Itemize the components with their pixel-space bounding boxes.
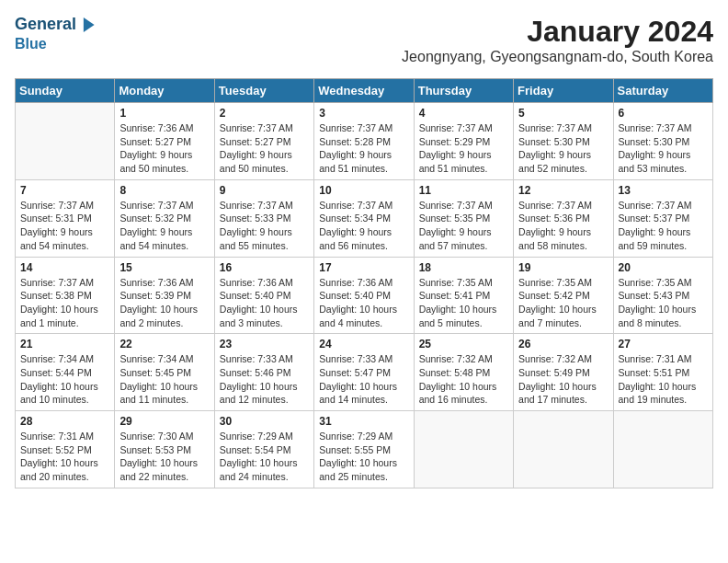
day-number: 1 [119,107,209,120]
day-info: Sunrise: 7:31 AMSunset: 5:52 PMDaylight:… [20,430,109,484]
week-row-1: 1Sunrise: 7:36 AMSunset: 5:27 PMDaylight… [16,103,713,180]
table-cell: 10Sunrise: 7:37 AMSunset: 5:34 PMDayligh… [314,179,414,257]
week-row-5: 28Sunrise: 7:31 AMSunset: 5:52 PMDayligh… [16,411,713,488]
table-cell: 23Sunrise: 7:33 AMSunset: 5:46 PMDayligh… [214,334,313,411]
table-cell: 12Sunrise: 7:37 AMSunset: 5:36 PMDayligh… [514,179,613,257]
day-info: Sunrise: 7:35 AMSunset: 5:41 PMDaylight:… [419,276,508,330]
day-number: 9 [220,184,309,197]
day-number: 7 [20,184,109,197]
day-number: 31 [319,415,408,428]
header-sunday: Sunday [16,79,115,103]
day-info: Sunrise: 7:37 AMSunset: 5:33 PMDaylight:… [220,199,309,253]
day-info: Sunrise: 7:36 AMSunset: 5:27 PMDaylight:… [119,121,209,176]
table-cell: 19Sunrise: 7:35 AMSunset: 5:42 PMDayligh… [514,257,613,334]
table-cell: 20Sunrise: 7:35 AMSunset: 5:43 PMDayligh… [613,257,712,334]
table-cell: 2Sunrise: 7:37 AMSunset: 5:27 PMDaylight… [214,103,313,180]
day-info: Sunrise: 7:35 AMSunset: 5:43 PMDaylight:… [619,276,708,330]
calendar-table: Sunday Monday Tuesday Wednesday Thursday… [15,78,713,488]
day-number: 29 [119,415,209,428]
table-cell: 7Sunrise: 7:37 AMSunset: 5:31 PMDaylight… [16,179,115,257]
day-info: Sunrise: 7:33 AMSunset: 5:47 PMDaylight:… [319,352,408,407]
week-row-4: 21Sunrise: 7:34 AMSunset: 5:44 PMDayligh… [16,334,713,411]
table-cell: 15Sunrise: 7:36 AMSunset: 5:39 PMDayligh… [115,257,214,334]
table-cell: 1Sunrise: 7:36 AMSunset: 5:27 PMDaylight… [115,103,214,180]
header-tuesday: Tuesday [214,79,313,103]
day-number: 27 [619,338,708,350]
day-info: Sunrise: 7:37 AMSunset: 5:38 PMDaylight:… [20,276,109,330]
day-info: Sunrise: 7:32 AMSunset: 5:48 PMDaylight:… [419,352,508,407]
table-cell: 22Sunrise: 7:34 AMSunset: 5:45 PMDayligh… [115,334,214,411]
table-cell: 29Sunrise: 7:30 AMSunset: 5:53 PMDayligh… [115,411,214,488]
day-number: 2 [220,107,309,120]
table-cell: 11Sunrise: 7:37 AMSunset: 5:35 PMDayligh… [414,179,513,257]
day-number: 21 [20,338,109,350]
logo-text: General Blue [15,15,98,53]
day-number: 13 [619,184,708,197]
table-cell: 27Sunrise: 7:31 AMSunset: 5:51 PMDayligh… [613,334,712,411]
table-cell: 31Sunrise: 7:29 AMSunset: 5:55 PMDayligh… [314,411,414,488]
day-info: Sunrise: 7:37 AMSunset: 5:34 PMDaylight:… [319,199,408,253]
table-cell [16,103,115,180]
day-number: 3 [319,107,408,120]
logo: General Blue [15,15,98,53]
day-info: Sunrise: 7:37 AMSunset: 5:27 PMDaylight:… [220,121,309,176]
table-cell: 24Sunrise: 7:33 AMSunset: 5:47 PMDayligh… [314,334,414,411]
day-number: 26 [518,338,608,350]
day-number: 18 [419,261,508,274]
table-cell: 6Sunrise: 7:37 AMSunset: 5:30 PMDaylight… [613,103,712,180]
day-number: 11 [419,184,508,197]
table-cell: 21Sunrise: 7:34 AMSunset: 5:44 PMDayligh… [16,334,115,411]
header-thursday: Thursday [414,79,513,103]
day-info: Sunrise: 7:37 AMSunset: 5:37 PMDaylight:… [619,199,708,253]
day-info: Sunrise: 7:29 AMSunset: 5:55 PMDaylight:… [319,430,408,484]
table-cell: 8Sunrise: 7:37 AMSunset: 5:32 PMDaylight… [115,179,214,257]
title-section: January 2024 Jeongnyang, Gyeongsangnam-d… [402,15,713,73]
table-cell [414,411,513,488]
day-info: Sunrise: 7:37 AMSunset: 5:36 PMDaylight:… [518,199,608,253]
day-info: Sunrise: 7:36 AMSunset: 5:39 PMDaylight:… [119,276,209,330]
table-cell [613,411,712,488]
day-number: 23 [220,338,309,350]
month-title: January 2024 [402,15,713,49]
day-info: Sunrise: 7:37 AMSunset: 5:30 PMDaylight:… [518,121,608,176]
header-friday: Friday [514,79,613,103]
svg-marker-0 [84,17,95,32]
day-info: Sunrise: 7:37 AMSunset: 5:31 PMDaylight:… [20,199,109,253]
table-cell: 28Sunrise: 7:31 AMSunset: 5:52 PMDayligh… [16,411,115,488]
day-number: 17 [319,261,408,274]
table-cell: 16Sunrise: 7:36 AMSunset: 5:40 PMDayligh… [214,257,313,334]
day-number: 5 [518,107,608,120]
day-info: Sunrise: 7:37 AMSunset: 5:28 PMDaylight:… [319,121,408,176]
day-info: Sunrise: 7:32 AMSunset: 5:49 PMDaylight:… [518,352,608,407]
header-saturday: Saturday [613,79,712,103]
header-wednesday: Wednesday [314,79,414,103]
day-info: Sunrise: 7:37 AMSunset: 5:32 PMDaylight:… [119,199,209,253]
day-info: Sunrise: 7:37 AMSunset: 5:30 PMDaylight:… [619,121,708,176]
day-info: Sunrise: 7:29 AMSunset: 5:54 PMDaylight:… [220,430,309,484]
day-number: 14 [20,261,109,274]
page-container: General Blue January 2024 Jeongnyang, Gy… [15,15,713,488]
day-info: Sunrise: 7:35 AMSunset: 5:42 PMDaylight:… [518,276,608,330]
day-number: 16 [220,261,309,274]
day-number: 30 [220,415,309,428]
table-cell: 4Sunrise: 7:37 AMSunset: 5:29 PMDaylight… [414,103,513,180]
day-number: 6 [619,107,708,120]
day-number: 28 [20,415,109,428]
day-number: 4 [419,107,508,120]
table-cell: 14Sunrise: 7:37 AMSunset: 5:38 PMDayligh… [16,257,115,334]
day-number: 10 [319,184,408,197]
week-row-2: 7Sunrise: 7:37 AMSunset: 5:31 PMDaylight… [16,179,713,257]
day-number: 20 [619,261,708,274]
table-cell: 26Sunrise: 7:32 AMSunset: 5:49 PMDayligh… [514,334,613,411]
table-cell: 30Sunrise: 7:29 AMSunset: 5:54 PMDayligh… [214,411,313,488]
day-number: 19 [518,261,608,274]
day-number: 25 [419,338,508,350]
day-info: Sunrise: 7:34 AMSunset: 5:45 PMDaylight:… [119,352,209,407]
table-cell: 13Sunrise: 7:37 AMSunset: 5:37 PMDayligh… [613,179,712,257]
header-monday: Monday [115,79,214,103]
day-info: Sunrise: 7:31 AMSunset: 5:51 PMDaylight:… [619,352,708,407]
location-subtitle: Jeongnyang, Gyeongsangnam-do, South Kore… [402,49,713,65]
day-info: Sunrise: 7:34 AMSunset: 5:44 PMDaylight:… [20,352,109,407]
week-row-3: 14Sunrise: 7:37 AMSunset: 5:38 PMDayligh… [16,257,713,334]
day-info: Sunrise: 7:30 AMSunset: 5:53 PMDaylight:… [119,430,209,484]
